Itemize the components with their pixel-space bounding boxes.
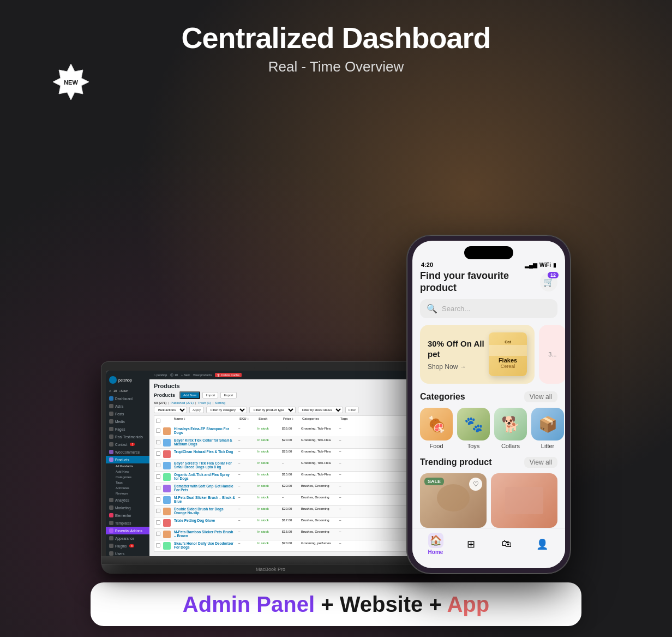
filter-published[interactable]: Published (271) [171,401,194,404]
trending-view-all[interactable]: View all [524,457,557,468]
export-button[interactable]: Export [220,392,236,398]
product-name-4[interactable]: Organic Anti-Tick and Flea Spray for Dog… [172,472,237,483]
filter-type-select[interactable]: Filter by product type [249,407,296,413]
wp-submenu-reviews[interactable]: Reviews [112,491,149,496]
bulk-actions-select[interactable]: Bulk actions [154,407,187,413]
wp-menu-elementor[interactable]: Elementor [106,511,149,519]
trending-product-1[interactable]: SALE ♡ [420,473,487,528]
product-name-8[interactable]: Trixie Petting Dog Glove [172,517,237,528]
wp-submenu-add[interactable]: Add New [112,469,149,474]
wp-menu-woo[interactable]: WooCommerce [106,448,149,456]
product-name-3[interactable]: Bayer Seresto Tick Flea Collar For Small… [172,460,237,471]
nav-shop[interactable]: 🛍 [499,537,514,552]
posts-icon [109,412,113,416]
search-bar[interactable]: 🔍 Search... [420,299,557,318]
wishlist-button-1[interactable]: ♡ [469,478,482,491]
devices-section: petshop ⌂ 10 +New Dashboard [0,92,672,574]
product-name-7[interactable]: Double Sided Brush for Dogs Orange No-sl… [172,506,237,517]
product-price-3: – [281,460,300,471]
row-checkbox-6[interactable] [156,497,160,502]
row-checkbox-5[interactable] [156,486,160,490]
product-name-1[interactable]: Bayer Kiltix Tick Collar for Small & Med… [172,437,237,448]
nav-explore[interactable]: ⊞ [464,537,479,552]
wp-submenu-categories[interactable]: Categories [112,474,149,480]
wp-menu-analytics[interactable]: Analytics [106,496,149,504]
filter-button[interactable]: Filter [345,407,359,413]
toys-category-image: 🐾 [457,408,490,440]
wp-menu-plugins[interactable]: Plugins 8 [106,542,149,550]
row-checkbox-10[interactable] [156,543,160,547]
product-name-6[interactable]: M-Pets Dual Slicker Brush – Black & Blue [172,495,237,505]
category-litter[interactable]: 📦 Litter [531,408,564,449]
trending-product-2[interactable] [491,473,557,528]
wp-menu-appearance[interactable]: Appearance [106,534,149,542]
wp-menu-posts[interactable]: Posts [106,410,149,418]
row-checkbox-2[interactable] [156,451,160,456]
col-tags: Tags [338,416,355,426]
product-name-9[interactable]: M-Pets Bamboo Slicker Pets Brush – Brown [172,529,237,540]
product-thumb-5 [163,485,171,492]
product-name-2[interactable]: TropiClean Natural Flea & Tick Dog [172,449,237,460]
wp-menu-dashboard[interactable]: Dashboard [106,395,149,402]
wp-menu-pages[interactable]: Pages [106,425,149,433]
wp-menu-media[interactable]: Media [106,418,149,425]
wp-menu-products[interactable]: Products [106,456,149,463]
wp-products-toolbar: Products Add New Import Export [154,391,431,399]
row-checkbox-4[interactable] [156,474,160,479]
wp-submenu-tags[interactable]: Tags [112,480,149,485]
shop-now-link[interactable]: Shop Now → [428,363,484,371]
wp-menu-essential[interactable]: Essential Addons [106,527,149,534]
filter-sorting[interactable]: Sorting [215,401,225,404]
product-thumb-8 [163,519,171,527]
category-toys[interactable]: 🐾 Toys [457,408,490,449]
category-collars[interactable]: 🐕 Collars [494,408,527,449]
import-button[interactable]: Import [202,392,218,398]
row-checkbox-3[interactable] [156,463,160,467]
wp-menu-marketing[interactable]: Marketing [106,504,149,511]
product-name-0[interactable]: Himalaya Erina-EP Shampoo For Dogs [172,426,237,437]
categories-view-all[interactable]: View all [524,391,557,402]
filter-trash[interactable]: Trash (1) [198,401,211,404]
secondary-banner: 3... [539,325,565,384]
row-checkbox-8[interactable] [156,520,160,525]
product-name-5[interactable]: Dematter with Soft Grip Get Handle For P… [172,483,237,494]
nav-profile[interactable]: 👤 [535,537,550,552]
wp-menu-dashboard-label: Dashboard [115,397,133,401]
row-checkbox-1[interactable] [156,440,160,444]
wp-page-heading: Products [154,383,431,389]
wp-submenu-attributes[interactable]: Attributes [112,485,149,491]
product-category-9: Brushes, Grooming [300,529,338,540]
category-food[interactable]: 🍖 Food [420,408,453,449]
wp-adminbar-cache[interactable]: 🗑 Delete Cache [215,373,242,377]
wp-menu-contact[interactable]: Contact 1 [106,440,149,448]
wp-products-table: Name ↕ SKU ↕ Stock Price ↕ Categories Ta… [154,415,431,552]
product-name-10[interactable]: Skaufs Honor Daily Use Deodorizer For Do… [172,540,237,551]
add-new-button[interactable]: Add New [179,391,200,399]
promo-banner[interactable]: 30% Off On All pet Shop Now → Oat F [420,325,535,384]
contact-icon [109,442,113,447]
wp-menu-testimonials[interactable]: Real Testimonials [106,433,149,440]
filter-stock-select[interactable]: Filter by stock status [298,407,343,413]
row-checkbox-9[interactable] [156,532,160,536]
wp-menu-users[interactable]: Users [106,550,149,556]
wp-adminbar-new[interactable]: + New [181,373,190,377]
iphone-body: 4:20 ▂▄▆ WiFi ▮ Find your favourite prod… [407,235,571,574]
wp-logo: petshop [106,374,149,386]
wp-menu-testimonials-label: Real Testimonials [115,435,143,439]
litter-emoji: 📦 [538,415,557,433]
filter-all[interactable]: All (271) [154,401,166,404]
product-stock-2: In stock [256,449,281,460]
table-row: TropiClean Natural Flea & Tick Dog – In … [154,449,431,460]
nav-home[interactable]: 🏠 Home [428,533,443,555]
row-checkbox-0[interactable] [156,428,160,433]
wp-menu-astra[interactable]: Astra [106,402,149,410]
wp-menu-templates[interactable]: Templates [106,519,149,527]
cart-button[interactable]: 🛒 12 [540,273,557,291]
wp-submenu-all[interactable]: All Products [112,463,149,469]
wp-adminbar-viewproducts[interactable]: View products [193,373,212,377]
select-all-checkbox[interactable] [156,419,160,423]
product-stock-4: In stock [256,472,281,483]
filter-category-select[interactable]: Filter by category [206,407,247,413]
apply-button[interactable]: Apply [189,407,204,413]
row-checkbox-7[interactable] [156,509,160,513]
